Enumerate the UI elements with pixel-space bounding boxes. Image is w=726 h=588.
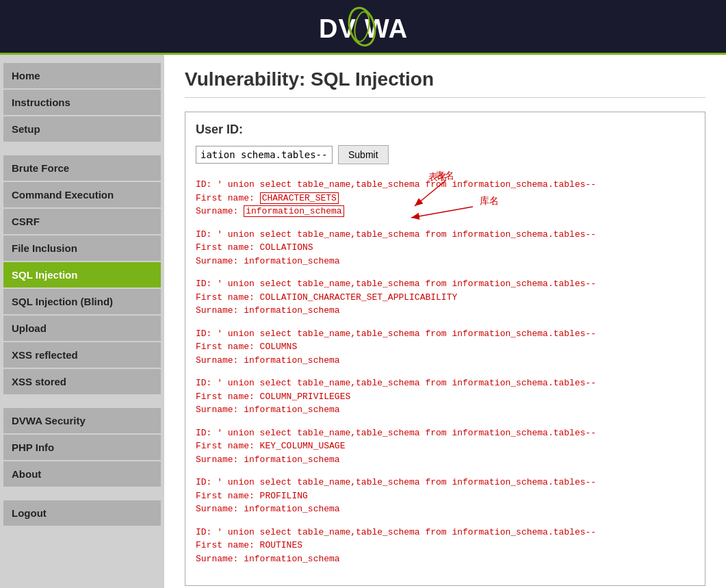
sidebar-item-csrf[interactable]: CSRF — [3, 209, 161, 234]
surname-line: Surname: information_schema — [196, 354, 695, 368]
sidebar: Home Instructions Setup Brute Force Comm… — [0, 55, 164, 588]
surname-line: Surname: information_schema — [196, 552, 695, 566]
surname-line: Surname: information_schema — [196, 403, 695, 417]
surname-line: Surname: information_schema — [196, 255, 695, 268]
result-entry-4: ID: ' union select table_name,table_sche… — [196, 376, 695, 417]
submit-button[interactable]: Submit — [338, 145, 389, 164]
result-entry-2: ID: ' union select table_name,table_sche… — [196, 277, 695, 318]
first-name-line: First name: PROFILING — [196, 489, 695, 503]
sidebar-item-instructions[interactable]: Instructions — [3, 90, 161, 115]
sidebar-item-home[interactable]: Home — [3, 63, 161, 88]
sidebar-gap-1 — [0, 143, 164, 154]
id-line: ID: ' union select table_name,table_sche… — [196, 228, 695, 242]
sidebar-item-file-inclusion[interactable]: File Inclusion — [3, 235, 161, 261]
id-line: ID: ' union select table_name,table_sche… — [196, 327, 695, 341]
sidebar-item-command-execution[interactable]: Command Execution — [3, 182, 161, 207]
result-entry-5: ID: ' union select table_name,table_sche… — [196, 426, 695, 467]
results-with-annotations: 表名 表名 库名 ID — [196, 178, 695, 565]
first-name-line: First name: COLLATION_CHARACTER_SET_APPL… — [196, 291, 695, 305]
sidebar-gap-2 — [0, 396, 164, 407]
id-line: ID: ' union select table_name,table_sche… — [196, 376, 695, 390]
annotation-tablename: 表名 — [428, 171, 448, 183]
dvwa-logo: DV WA — [315, 6, 411, 47]
content-box: User ID: Submit 表名 表名 库名 — [185, 112, 705, 586]
sidebar-item-upload[interactable]: Upload — [3, 316, 161, 341]
first-name-line: First name: COLUMN_PRIVILEGES — [196, 390, 695, 404]
result-entry-7: ID: ' union select table_name,table_sche… — [196, 526, 695, 566]
main-content: Vulnerability: SQL Injection User ID: Su… — [164, 55, 726, 588]
id-line: ID: ' union select table_name,table_sche… — [196, 277, 695, 291]
page-title: Vulnerability: SQL Injection — [185, 68, 705, 98]
surname-boxed: information_schema — [244, 205, 343, 217]
first-name-line: First name: COLUMNS — [196, 340, 695, 354]
sidebar-item-logout[interactable]: Logout — [3, 500, 161, 526]
sidebar-item-sql-injection-blind[interactable]: SQL Injection (Blind) — [3, 289, 161, 314]
id-line: ID: ' union select table_name,table_sche… — [196, 426, 695, 440]
result-entry-0: ID: ' union select table_name,table_sche… — [196, 178, 695, 218]
sidebar-item-about[interactable]: About — [3, 461, 161, 487]
sidebar-item-setup[interactable]: Setup — [3, 116, 161, 142]
sidebar-item-xss-reflected[interactable]: XSS reflected — [3, 342, 161, 368]
input-row: Submit — [196, 145, 695, 164]
page-header: DV WA — [0, 0, 726, 55]
first-name-boxed: CHARACTER_SETS — [260, 192, 339, 204]
id-line: ID: ' union select table_name,table_sche… — [196, 526, 695, 539]
first-name-line: First name: COLLATIONS — [196, 241, 695, 255]
surname-line: Surname: information_schema — [196, 205, 695, 218]
surname-line: Surname: information_schema — [196, 453, 695, 467]
result-entry-1: ID: ' union select table_name,table_sche… — [196, 228, 695, 268]
sidebar-gap-3 — [0, 488, 164, 499]
sidebar-item-xss-stored[interactable]: XSS stored — [3, 369, 161, 394]
page-layout: Home Instructions Setup Brute Force Comm… — [0, 55, 726, 588]
sidebar-item-sql-injection[interactable]: SQL Injection — [3, 262, 161, 287]
first-name-line: First name: ROUTINES — [196, 539, 695, 552]
result-entry-6: ID: ' union select table_name,table_sche… — [196, 476, 695, 516]
first-name-line: First name: KEY_COLUMN_USAGE — [196, 439, 695, 453]
results-container: ID: ' union select table_name,table_sche… — [196, 178, 695, 565]
id-line: ID: ' union select table_name,table_sche… — [196, 476, 695, 489]
user-id-label: User ID: — [196, 123, 695, 137]
first-name-line: First name: CHARACTER_SETS — [196, 192, 695, 205]
sidebar-item-dvwa-security[interactable]: DVWA Security — [3, 408, 161, 433]
sidebar-item-brute-force[interactable]: Brute Force — [3, 155, 161, 181]
surname-line: Surname: information_schema — [196, 502, 695, 516]
result-entry-3: ID: ' union select table_name,table_sche… — [196, 327, 695, 368]
user-id-input[interactable] — [196, 146, 333, 164]
surname-line: Surname: information_schema — [196, 304, 695, 318]
sidebar-item-php-info[interactable]: PHP Info — [3, 435, 161, 460]
